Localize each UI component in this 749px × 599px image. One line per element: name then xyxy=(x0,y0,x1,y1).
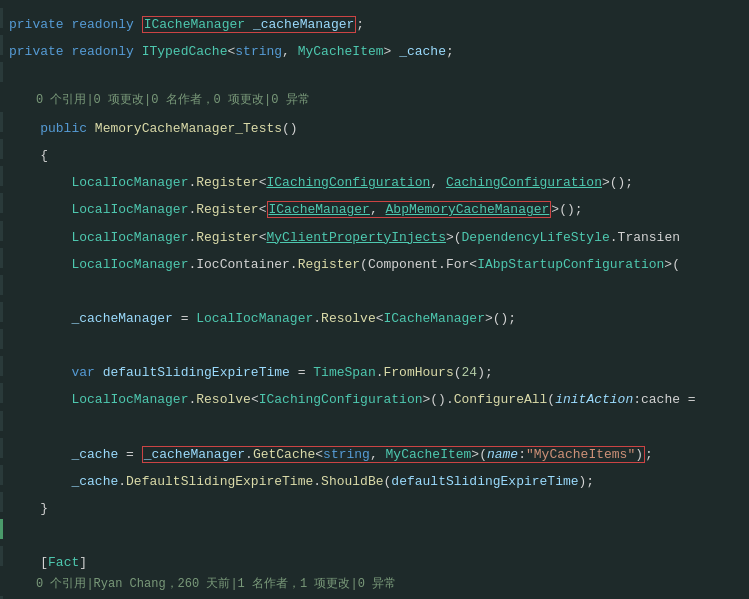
line-bar-12 xyxy=(0,302,3,322)
line-bar-20 xyxy=(0,519,3,539)
line-bar-14 xyxy=(0,356,3,376)
line-bar-16 xyxy=(0,411,3,431)
code-line-9: LocalIocManager.Register<MyClientPropert… xyxy=(0,221,749,248)
line-content-fact: [Fact] xyxy=(9,553,745,573)
code-line-7: LocalIocManager.Register<ICachingConfigu… xyxy=(0,166,749,193)
line-bar-2 xyxy=(0,35,3,55)
code-line-3 xyxy=(0,62,749,89)
code-line-12: _cacheManager = LocalIocManager.Resolve<… xyxy=(0,302,749,329)
meta-info-1: 0 个引用|0 项更改|0 名作者，0 项更改|0 异常 xyxy=(0,89,749,112)
line-content-14: var defaultSlidingExpireTime = TimeSpan.… xyxy=(9,363,745,383)
code-line-20 xyxy=(0,519,749,546)
code-line-5: public MemoryCacheManager_Tests() xyxy=(0,112,749,139)
line-content-16 xyxy=(9,418,745,438)
code-line-17: _cache = _cacheManager.GetCache<string, … xyxy=(0,438,749,465)
line-bar-8 xyxy=(0,193,3,213)
line-bar-5 xyxy=(0,112,3,132)
line-bar-19 xyxy=(0,492,3,512)
code-line-16 xyxy=(0,411,749,438)
line-content-17: _cache = _cacheManager.GetCache<string, … xyxy=(9,445,745,465)
code-line-6: { xyxy=(0,139,749,166)
line-bar-15 xyxy=(0,383,3,403)
line-content-8: LocalIocManager.Register<ICacheManager, … xyxy=(9,200,745,220)
line-bar-13 xyxy=(0,329,3,349)
line-content-13 xyxy=(9,336,745,356)
code-line-13 xyxy=(0,329,749,356)
line-content-1: private readonly ICacheManager _cacheMan… xyxy=(9,15,745,35)
line-content-15: LocalIocManager.Resolve<ICachingConfigur… xyxy=(9,390,745,410)
line-bar-1 xyxy=(0,8,3,28)
line-content-20 xyxy=(9,526,745,546)
line-bar-17 xyxy=(0,438,3,458)
line-bar-11 xyxy=(0,275,3,295)
line-content-3 xyxy=(9,69,745,89)
code-line-11 xyxy=(0,275,749,302)
code-line-18: _cache.DefaultSlidingExpireTime.ShouldBe… xyxy=(0,465,749,492)
line-content-18: _cache.DefaultSlidingExpireTime.ShouldBe… xyxy=(9,472,745,492)
line-content-9: LocalIocManager.Register<MyClientPropert… xyxy=(9,228,745,248)
code-line-8: LocalIocManager.Register<ICacheManager, … xyxy=(0,193,749,220)
line-content-19: } xyxy=(9,499,745,519)
line-bar-fact xyxy=(0,546,3,566)
code-line-14: var defaultSlidingExpireTime = TimeSpan.… xyxy=(0,356,749,383)
line-content-2: private readonly ITypedCache<string, MyC… xyxy=(9,42,745,62)
line-content-7: LocalIocManager.Register<ICachingConfigu… xyxy=(9,173,745,193)
code-line-10: LocalIocManager.IocContainer.Register(Co… xyxy=(0,248,749,275)
line-bar-7 xyxy=(0,166,3,186)
code-editor: private readonly ICacheManager _cacheMan… xyxy=(0,0,749,599)
line-bar-3 xyxy=(0,62,3,82)
code-line-19: } xyxy=(0,492,749,519)
line-bar-10 xyxy=(0,248,3,268)
line-content-12: _cacheManager = LocalIocManager.Resolve<… xyxy=(9,309,745,329)
code-line-1: private readonly ICacheManager _cacheMan… xyxy=(0,8,749,35)
line-content-10: LocalIocManager.IocContainer.Register(Co… xyxy=(9,255,745,275)
line-content-5: public MemoryCacheManager_Tests() xyxy=(9,119,745,139)
code-line-fact: [Fact] xyxy=(0,546,749,573)
code-line-15: LocalIocManager.Resolve<ICachingConfigur… xyxy=(0,383,749,410)
line-bar-18 xyxy=(0,465,3,485)
meta-info-2: 0 个引用|Ryan Chang，260 天前|1 名作者，1 项更改|0 异常 xyxy=(0,573,749,596)
line-bar-6 xyxy=(0,139,3,159)
line-content-11 xyxy=(9,282,745,302)
line-bar-9 xyxy=(0,221,3,241)
line-content-6: { xyxy=(9,146,745,166)
code-line-2: private readonly ITypedCache<string, MyC… xyxy=(0,35,749,62)
